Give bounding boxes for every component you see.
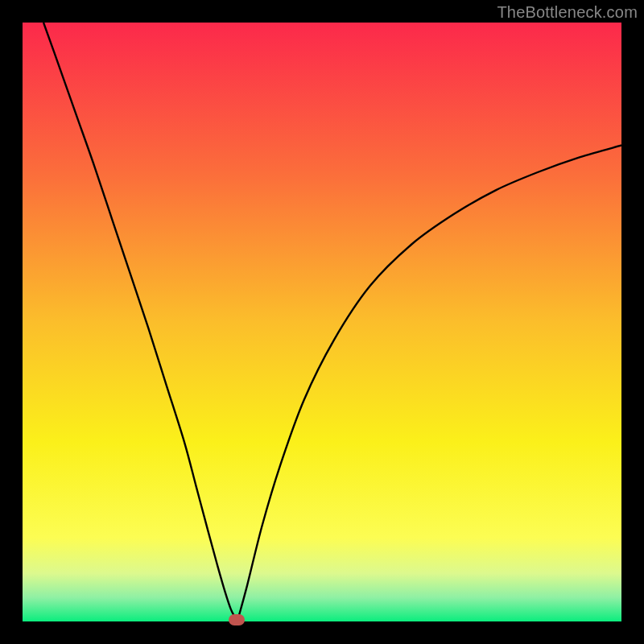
chart-frame [23,23,621,621]
gradient-plot-area [23,23,621,621]
optimal-point-marker [229,614,245,625]
svg-rect-0 [23,23,621,621]
watermark-text: TheBottleneck.com [497,3,638,22]
